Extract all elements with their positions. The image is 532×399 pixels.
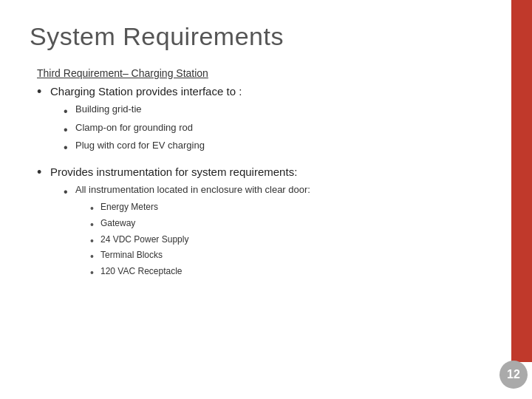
bullet-dot: • bbox=[90, 250, 100, 265]
bullet-dot: • bbox=[64, 103, 75, 120]
bullet-l2-clamp-on: • Clamp-on for grounding rod bbox=[64, 122, 502, 138]
slide-container: 12 System Requirements Third Requirement… bbox=[0, 0, 532, 399]
right-accent-bar bbox=[511, 0, 532, 362]
bullet-l3-24vdc: • 24 VDC Power Supply bbox=[90, 234, 502, 249]
slide-title: System Requirements bbox=[30, 22, 502, 51]
bullet-group-2: • Provides instrumentation for system re… bbox=[37, 164, 502, 281]
bullet-dot: • bbox=[64, 122, 75, 138]
section-heading: Third Requirement– Charging Station bbox=[37, 67, 502, 79]
bullet-l3-120vac: • 120 VAC Receptacle bbox=[90, 266, 502, 281]
bullet-l1-text: Charging Station provides interface to : bbox=[50, 83, 242, 99]
content-area: Third Requirement– Charging Station • Ch… bbox=[30, 67, 502, 280]
bullet-l3-text: Gateway bbox=[100, 218, 135, 228]
bullet-l2-plug-cord: • Plug with cord for EV charging bbox=[64, 140, 502, 156]
bullet-l2-building-grid: • Building grid-tie bbox=[64, 103, 502, 120]
bullet-l2-text: Clamp-on for grounding rod bbox=[75, 122, 193, 133]
sub-group-2: • All instrumentation located in enclosu… bbox=[37, 184, 502, 280]
bullet-l1-instrumentation: • Provides instrumentation for system re… bbox=[37, 164, 502, 181]
sub-group-1: • Building grid-tie • Clamp-on for groun… bbox=[37, 103, 502, 156]
bullet-l3-text: 120 VAC Receptacle bbox=[100, 266, 183, 276]
bullet-l1-text: Provides instrumentation for system requ… bbox=[50, 164, 297, 180]
bullet-group-1: • Charging Station provides interface to… bbox=[37, 83, 502, 157]
bullet-dot: • bbox=[64, 140, 75, 156]
bullet-dot: • bbox=[64, 184, 75, 200]
bullet-l1-charging-station: • Charging Station provides interface to… bbox=[37, 83, 502, 100]
bullet-l3-gateway: • Gateway bbox=[90, 218, 502, 233]
bullet-dot: • bbox=[90, 218, 100, 233]
bullet-dot: • bbox=[37, 83, 50, 100]
bullet-dot: • bbox=[90, 234, 100, 249]
page-number-badge: 12 bbox=[499, 361, 528, 389]
bullet-l2-all-instrumentation: • All instrumentation located in enclosu… bbox=[64, 184, 502, 200]
bullet-l3-energy-meters: • Energy Meters bbox=[90, 202, 502, 216]
bullet-l2-text: Plug with cord for EV charging bbox=[75, 140, 205, 151]
page-number: 12 bbox=[507, 368, 520, 381]
bullet-l3-text: Energy Meters bbox=[100, 202, 158, 212]
bullet-dot: • bbox=[90, 202, 100, 216]
bullet-l2-text: All instrumentation located in enclosure… bbox=[75, 184, 310, 195]
bullet-l3-terminal-blocks: • Terminal Blocks bbox=[90, 250, 502, 265]
bullet-dot: • bbox=[90, 266, 100, 281]
bullet-l3-text: 24 VDC Power Supply bbox=[100, 234, 188, 245]
bullet-l3-group: • Energy Meters • Gateway • 24 VDC Power… bbox=[37, 202, 502, 280]
bullet-l2-text: Building grid-tie bbox=[75, 103, 142, 115]
bullet-l3-text: Terminal Blocks bbox=[100, 250, 163, 260]
bullet-dot: • bbox=[37, 164, 50, 181]
